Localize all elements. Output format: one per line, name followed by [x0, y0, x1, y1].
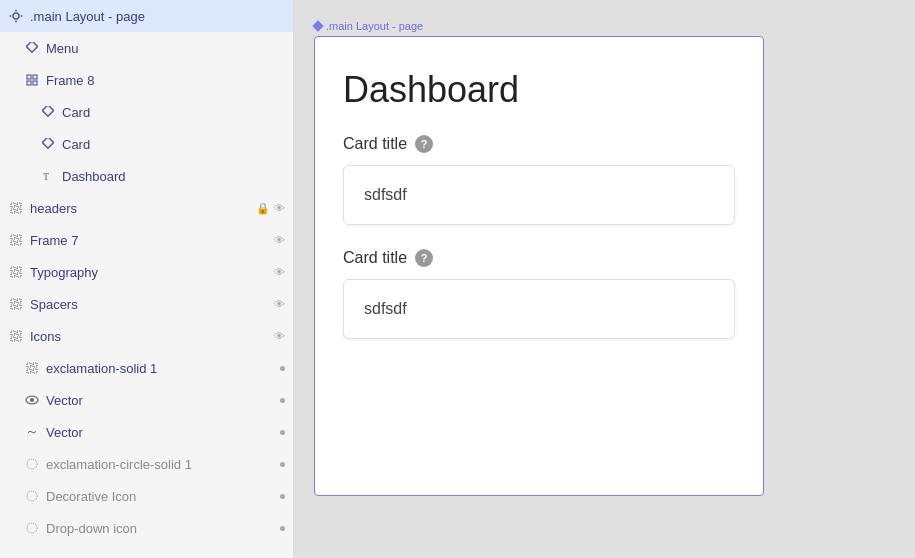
svg-rect-24	[17, 273, 21, 277]
sidebar-item-label: Spacers	[30, 297, 78, 312]
sidebar-item-card1[interactable]: Card	[0, 96, 293, 128]
sidebar-item-label: exclamation-circle-solid 1	[46, 457, 192, 472]
svg-rect-6	[27, 75, 31, 79]
grid-icon	[8, 264, 24, 280]
sidebar-item-frame7[interactable]: Frame 7 👁	[0, 224, 293, 256]
svg-rect-30	[17, 331, 21, 335]
sidebar-item-label: Frame 7	[30, 233, 78, 248]
diamond-icon	[40, 104, 56, 120]
lock-icon: 🔒	[256, 202, 270, 215]
svg-rect-34	[33, 363, 37, 367]
sidebar-item-menu[interactable]: Menu	[0, 32, 293, 64]
eye-filled-icon	[24, 392, 40, 408]
sidebar-item-label: Dashboard	[62, 169, 126, 184]
svg-point-1	[15, 10, 17, 12]
sidebar-item-card2[interactable]: Card	[0, 128, 293, 160]
sidebar-item-label: Card	[62, 105, 90, 120]
sidebar-item-label: Card	[62, 137, 90, 152]
sidebar-item-spacers[interactable]: Spacers 👁	[0, 288, 293, 320]
grid-icon	[8, 232, 24, 248]
sidebar-item-exclamation-circle-solid-1[interactable]: exclamation-circle-solid 1	[0, 448, 293, 480]
sidebar-item-dropdown-icon[interactable]: Drop-down icon	[0, 512, 293, 544]
sidebar-item-headers[interactable]: headers 🔒 👁	[0, 192, 293, 224]
sidebar-item-label: Decorative Icon	[46, 489, 136, 504]
sidebar-item-label: Typography	[30, 265, 98, 280]
card-content-1: sdfsdf	[364, 186, 714, 204]
svg-point-4	[21, 15, 23, 17]
sidebar-item-vector2[interactable]: ～ Vector	[0, 416, 293, 448]
tilde-icon: ～	[24, 424, 40, 440]
card-section-2: Card title ? sdfsdf	[343, 249, 735, 339]
sidebar-item-vector1[interactable]: Vector	[0, 384, 293, 416]
svg-rect-21	[11, 267, 15, 271]
svg-rect-5	[26, 42, 37, 52]
svg-point-39	[27, 459, 37, 469]
svg-rect-22	[17, 267, 21, 271]
svg-rect-16	[17, 209, 21, 213]
svg-rect-36	[33, 369, 37, 373]
eye-icon: 👁	[274, 298, 285, 310]
svg-rect-19	[11, 241, 15, 245]
diamond-icon	[24, 40, 40, 56]
eye-icon: 👁	[274, 234, 285, 246]
main-canvas: .main Layout - page Dashboard Card title…	[294, 0, 915, 558]
grid-icon	[24, 360, 40, 376]
dashboard-frame: Dashboard Card title ? sdfsdf Card title	[314, 36, 764, 496]
gear-icon	[24, 488, 40, 504]
dot-indicator	[280, 430, 285, 435]
card-box-2: sdfsdf	[343, 279, 735, 339]
card-title-row-1: Card title ?	[343, 135, 735, 153]
svg-rect-9	[33, 81, 37, 85]
text-icon: T	[40, 168, 56, 184]
sidebar-item-label: Menu	[46, 41, 79, 56]
grid-icon	[24, 72, 40, 88]
sidebar-item-label: Drop-down icon	[46, 521, 137, 536]
card-title-text-2: Card title	[343, 249, 407, 267]
sidebar-item-label: .main Layout - page	[30, 9, 145, 24]
svg-rect-23	[11, 273, 15, 277]
dot-indicator	[280, 462, 285, 467]
grid-icon	[8, 200, 24, 216]
diamond-icon	[40, 136, 56, 152]
dashboard-title: Dashboard	[343, 69, 735, 111]
svg-point-3	[10, 15, 12, 17]
svg-rect-25	[11, 299, 15, 303]
svg-rect-14	[17, 203, 21, 207]
sidebar-item-label: Frame 8	[46, 73, 94, 88]
svg-rect-31	[11, 337, 15, 341]
svg-rect-17	[11, 235, 15, 239]
frame-label: .main Layout - page	[314, 20, 423, 32]
canvas-area[interactable]: .main Layout - page Dashboard Card title…	[294, 0, 915, 558]
dot-indicator	[280, 398, 285, 403]
svg-rect-7	[33, 75, 37, 79]
sidebar-item-typography[interactable]: Typography 👁	[0, 256, 293, 288]
svg-rect-33	[27, 363, 31, 367]
sidebar-item-label: Vector	[46, 393, 83, 408]
sidebar-item-exclamation-solid-1[interactable]: exclamation-solid 1	[0, 352, 293, 384]
sidebar-item-icons[interactable]: Icons 👁	[0, 320, 293, 352]
sidebar-item-frame8[interactable]: Frame 8	[0, 64, 293, 96]
svg-rect-32	[17, 337, 21, 341]
svg-text:T: T	[43, 171, 49, 182]
sidebar: .main Layout - page Menu Frame 8 Card Ca…	[0, 0, 294, 558]
svg-rect-13	[11, 203, 15, 207]
gear-icon	[24, 520, 40, 536]
svg-rect-8	[27, 81, 31, 85]
sidebar-item-dashboard[interactable]: T Dashboard	[0, 160, 293, 192]
gear-icon	[24, 456, 40, 472]
dot-indicator	[280, 366, 285, 371]
gear-icon	[8, 8, 24, 24]
help-icon-2[interactable]: ?	[415, 249, 433, 267]
card-title-row-2: Card title ?	[343, 249, 735, 267]
sidebar-item-main-layout[interactable]: .main Layout - page	[0, 0, 293, 32]
svg-rect-26	[17, 299, 21, 303]
sidebar-item-label: headers	[30, 201, 77, 216]
dot-indicator	[280, 494, 285, 499]
svg-rect-10	[42, 106, 53, 116]
help-icon-1[interactable]: ?	[415, 135, 433, 153]
svg-point-2	[15, 21, 17, 23]
dot-indicator	[280, 526, 285, 531]
sidebar-item-decorative-icon[interactable]: Decorative Icon	[0, 480, 293, 512]
svg-rect-35	[27, 369, 31, 373]
sidebar-item-label: Icons	[30, 329, 61, 344]
